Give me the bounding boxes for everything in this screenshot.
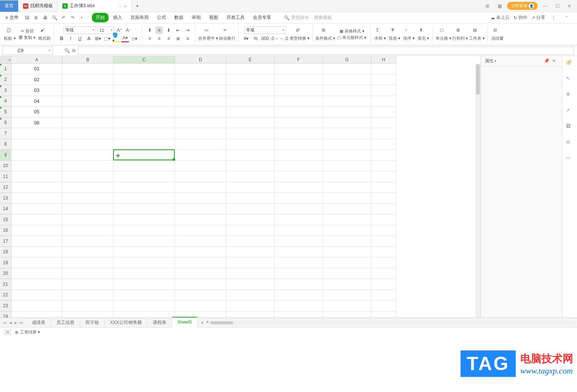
cell-E6[interactable] [226, 118, 275, 129]
cell-B18[interactable] [62, 247, 113, 258]
cell-E8[interactable] [226, 139, 275, 150]
cell-D23[interactable] [175, 301, 226, 311]
cell-D24[interactable] [175, 311, 226, 318]
cell-H1[interactable] [371, 64, 396, 74]
share-link[interactable]: ↗分享 [531, 14, 545, 21]
search-fn-icon[interactable]: 🔍 [64, 48, 70, 53]
cell-F20[interactable] [275, 268, 323, 279]
row-header-19[interactable]: 19 [0, 257, 11, 268]
cell-F22[interactable] [275, 290, 323, 301]
cell-B12[interactable] [62, 182, 113, 193]
cell-G4[interactable] [323, 96, 371, 107]
cell-G8[interactable] [323, 139, 371, 150]
cell-G7[interactable] [323, 128, 371, 139]
cell-A2[interactable]: 02 [11, 74, 62, 85]
number-format-combo[interactable]: 常规▾ [244, 26, 286, 34]
row-header-16[interactable]: 16 [0, 225, 11, 236]
strike-button[interactable]: A̶ [85, 35, 93, 42]
next-sheet-icon[interactable]: ▶ [14, 321, 17, 325]
cell-F7[interactable] [275, 128, 323, 139]
cell-C6[interactable] [113, 118, 175, 129]
salary-link[interactable]: 🗎工资结算 ▾ [15, 329, 40, 335]
cell-C23[interactable] [113, 301, 175, 311]
cut-button[interactable]: ✂剪切 [21, 28, 34, 34]
type-convert-button[interactable]: ⇄类型转换 ▾ [290, 28, 310, 41]
js-indicator-icon[interactable]: JS [4, 330, 11, 335]
cell-D6[interactable] [175, 118, 226, 129]
align-top-icon[interactable]: ⬆ [146, 26, 154, 34]
cell-D13[interactable] [175, 193, 226, 204]
formula-input[interactable] [78, 46, 574, 55]
cell-C12[interactable] [113, 182, 175, 193]
print-preview-icon[interactable]: 🔍 [51, 14, 58, 21]
sheet-tab-2[interactable]: 田字格 [80, 318, 105, 328]
cell-H6[interactable] [371, 118, 396, 129]
merge-center-button[interactable]: ▭合并居中 ▾ [198, 28, 218, 41]
align-justify-icon[interactable]: ≣ [174, 35, 182, 42]
cell-B10[interactable] [62, 161, 113, 172]
cell-G3[interactable] [323, 85, 371, 96]
col-header-G[interactable]: G [323, 56, 371, 64]
worksheet-button[interactable]: ▤工作表 ▾ [469, 28, 485, 41]
align-middle-icon[interactable]: ≡ [155, 26, 163, 34]
cell-A11[interactable] [11, 171, 62, 182]
align-right-icon[interactable]: ≡ [165, 35, 172, 42]
undo-icon[interactable]: ↶ [60, 14, 67, 21]
cell-C22[interactable] [113, 290, 175, 301]
cell-B22[interactable] [62, 290, 113, 301]
cell-C3[interactable] [113, 85, 175, 96]
cell-B15[interactable] [62, 214, 113, 225]
cell-G15[interactable] [323, 214, 371, 225]
login-button[interactable]: 立即登录 👤 [507, 2, 538, 10]
collapse-ribbon-icon[interactable]: ⌃ [562, 13, 571, 22]
format-painter-button[interactable]: 🖌 格式刷 [37, 28, 51, 41]
cell-H18[interactable] [371, 247, 396, 258]
row-header-13[interactable]: 13 [0, 193, 11, 204]
cell-B13[interactable] [62, 193, 113, 204]
cell-A22[interactable] [11, 290, 62, 301]
rowcol-button[interactable]: ⊞行和列 ▾ [452, 28, 468, 41]
cell-F18[interactable] [275, 247, 323, 258]
cell-C10[interactable] [113, 161, 175, 172]
menu-tab-7[interactable]: 开发工具 [223, 13, 248, 22]
cell-G5[interactable] [323, 107, 371, 118]
cell-F15[interactable] [275, 214, 323, 225]
cell-A21[interactable] [11, 279, 62, 290]
cell-A15[interactable] [11, 214, 62, 225]
cell-E10[interactable] [226, 161, 275, 172]
apps-icon[interactable]: ▦ [495, 2, 504, 11]
fill-color-button[interactable]: 🪣▾ [112, 35, 120, 42]
copy-button[interactable]: 🗐复制 ▾ [19, 35, 36, 40]
cell-G21[interactable] [323, 279, 371, 290]
cell-B11[interactable] [62, 171, 113, 182]
cell-H4[interactable] [371, 96, 396, 107]
cell-F21[interactable] [275, 279, 323, 290]
cell-D16[interactable] [175, 225, 226, 236]
indent-dec-icon[interactable]: ⇤ [174, 26, 182, 34]
new-tab-button[interactable]: + [132, 3, 143, 9]
col-header-D[interactable]: D [175, 56, 226, 64]
align-bottom-icon[interactable]: ⬇ [165, 26, 172, 34]
layout-icon[interactable]: ⊞ [483, 2, 492, 11]
sheet-tab-3[interactable]: XXX公司销售额 [105, 318, 147, 328]
cell-H5[interactable] [371, 107, 396, 118]
row-header-9[interactable]: 9 [0, 150, 11, 161]
row-header-1[interactable]: 1 [0, 64, 11, 74]
cell-G16[interactable] [323, 225, 371, 236]
cell-A1[interactable]: 01 [11, 64, 62, 74]
cell-E20[interactable] [226, 268, 275, 279]
cell-B17[interactable] [62, 236, 113, 247]
cell-F3[interactable] [275, 85, 323, 96]
cell-C9[interactable] [113, 150, 175, 161]
row-header-21[interactable]: 21 [0, 279, 11, 290]
indent-inc-icon[interactable]: ⇥ [184, 26, 191, 34]
vertical-scrollbar[interactable] [475, 64, 481, 318]
export-icon[interactable]: ↗ [566, 107, 574, 115]
first-sheet-icon[interactable]: ⏮ [3, 321, 7, 325]
cell-B4[interactable] [62, 96, 113, 107]
menu-tab-5[interactable]: 审阅 [188, 13, 205, 22]
cell-A8[interactable] [11, 139, 62, 150]
print-icon[interactable]: 🖶 [42, 14, 49, 21]
select-tool-icon[interactable]: ↖ [566, 76, 574, 83]
redo-icon[interactable]: ↷ [69, 14, 76, 21]
